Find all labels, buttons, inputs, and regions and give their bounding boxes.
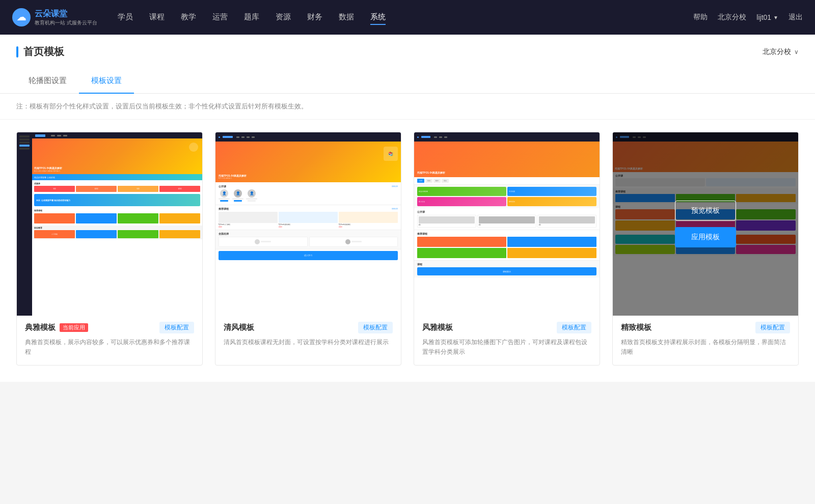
template-preview-fengYa: 托福TPO1-54真题及解析 全部 英语 数学 语文 精品好课套餐 学员优惠 [414,132,600,316]
template-desc-qingFeng: 清风首页模板课程无封面，可设置按学科分类对课程进行展示 [224,338,393,347]
template-name-row-qingFeng: 清风模板 模板配置 [224,322,393,333]
template-desc-dianYa: 典雅首页模板，展示内容较多，可以展示优惠券和多个推荐课程 [25,338,194,357]
logout-link[interactable]: 退出 [789,13,803,22]
tabs-container: 轮播图设置 模板设置 [0,69,815,94]
nav-caiwu[interactable]: 财务 [307,10,322,25]
config-btn-jingZhi[interactable]: 模板配置 [755,322,790,333]
logo[interactable]: ☁ 云朵课堂 教育机构一站 式服务云平台 [12,8,97,26]
preview-btn-jingZhi[interactable]: 预览模板 [675,201,736,221]
nav-tiku[interactable]: 题库 [244,10,259,25]
help-link[interactable]: 帮助 [693,13,708,22]
page-title-bar [16,46,18,58]
template-name-row-dianYa: 典雅模板 当前应用 模板配置 [25,322,194,333]
nav-shuju[interactable]: 数据 [339,10,354,25]
apply-btn-jingZhi[interactable]: 应用模板 [675,227,736,247]
template-name-row-fengYa: 风雅模板 模板配置 [422,322,591,333]
config-btn-qingFeng[interactable]: 模板配置 [358,322,393,333]
nav-xueyuan[interactable]: 学员 [118,10,133,25]
badge-current-dianYa: 当前应用 [60,323,88,332]
template-name-row-jingZhi: 精致模板 模板配置 [621,322,790,333]
nav-kecheng[interactable]: 课程 [149,10,165,25]
navbar-right: 帮助 北京分校 lijt01 ▼ 退出 [693,13,803,22]
page-title-container: 首页模板 [16,45,64,59]
school-link[interactable]: 北京分校 [718,13,746,22]
template-preview-jingZhi[interactable]: 托福TPO1-54真题及解析 公开课 推荐课程 [613,132,798,316]
template-info-qingFeng: 清风模板 模板配置 清风首页模板课程无封面，可设置按学科分类对课程进行展示 [215,316,401,355]
tabs: 轮播图设置 模板设置 [16,69,799,93]
page-title: 首页模板 [23,45,64,59]
template-desc-fengYa: 风雅首页模板可添加轮播图下广告图片，可对课程及课程包设置学科分类展示 [422,338,591,357]
templates-section: 托福TPO1-54真题及解析 听力 口语 口语练习 精听练习 听写练习 精品好课… [0,120,815,382]
logo-text: 云朵课堂 教育机构一站 式服务云平台 [35,8,97,26]
navbar: ☁ 云朵课堂 教育机构一站 式服务云平台 学员 课程 教学 运营 题库 资源 财… [0,0,815,35]
school-selector-arrow: ∨ [794,48,799,55]
user-dropdown[interactable]: lijt01 ▼ [756,13,778,21]
page-header: 首页模板 北京分校 ∨ [0,35,815,69]
template-overlay-jingZhi: 预览模板 应用模板 [613,132,798,316]
notice-text: 注：模板有部分个性化样式设置，设置后仅当前模板生效；非个性化样式设置后针对所有模… [16,102,308,110]
tab-lunbotu[interactable]: 轮播图设置 [16,69,79,94]
school-name: 北京分校 [763,47,791,57]
template-card-jingZhi: 托福TPO1-54真题及解析 公开课 推荐课程 [612,132,799,366]
template-name-fengYa: 风雅模板 [422,323,453,332]
main-nav: 学员 课程 教学 运营 题库 资源 财务 数据 系统 [118,10,694,25]
template-preview-qingFeng: 托福TPO1-54真题及解析 听力 口语 精听练习 📚 公开课 查看全部 [215,132,401,316]
template-info-dianYa: 典雅模板 当前应用 模板配置 典雅首页模板，展示内容较多，可以展示优惠券和多个推… [17,316,202,365]
nav-xitong[interactable]: 系统 [370,10,386,25]
logo-icon: ☁ [12,8,31,26]
config-btn-dianYa[interactable]: 模板配置 [159,322,194,333]
template-name-qingFeng: 清风模板 [224,323,254,332]
template-name-dianYa: 典雅模板 [25,323,56,332]
user-dropdown-arrow: ▼ [773,15,778,20]
tab-moban[interactable]: 模板设置 [79,69,134,94]
template-card-qingFeng: 托福TPO1-54真题及解析 听力 口语 精听练习 📚 公开课 查看全部 [215,132,401,366]
nav-jiaoxue[interactable]: 教学 [181,10,196,25]
template-info-fengYa: 风雅模板 模板配置 风雅首页模板可添加轮播图下广告图片，可对课程及课程包设置学科… [414,316,600,365]
template-name-jingZhi: 精致模板 [621,323,651,332]
template-info-jingZhi: 精致模板 模板配置 精致首页模板支持课程展示封面，各模板分隔明显，界面简洁清晰 [613,316,798,365]
nav-yunying[interactable]: 运营 [212,10,228,25]
template-card-dianYa: 托福TPO1-54真题及解析 听力 口语 口语练习 精听练习 听写练习 精品好课… [16,132,203,366]
template-card-fengYa: 托福TPO1-54真题及解析 全部 英语 数学 语文 精品好课套餐 学员优惠 [414,132,600,366]
template-preview-dianYa: 托福TPO1-54真题及解析 听力 口语 口语练习 精听练习 听写练习 精品好课… [17,132,202,316]
nav-ziyuan[interactable]: 资源 [276,10,291,25]
notice: 注：模板有部分个性化样式设置，设置后仅当前模板生效；非个性化样式设置后针对所有模… [0,94,815,120]
template-desc-jingZhi: 精致首页模板支持课程展示封面，各模板分隔明显，界面简洁清晰 [621,338,790,357]
school-selector[interactable]: 北京分校 ∨ [763,47,799,57]
config-btn-fengYa[interactable]: 模板配置 [557,322,591,333]
templates-grid: 托福TPO1-54真题及解析 听力 口语 口语练习 精听练习 听写练习 精品好课… [16,132,799,366]
